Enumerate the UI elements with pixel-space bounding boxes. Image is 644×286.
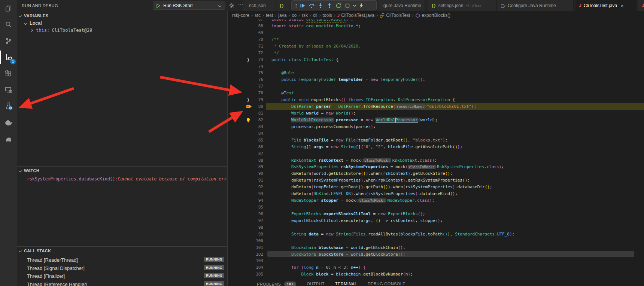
code-line-104: 104 for (long n = 0; n < 3; n++) { — [227, 264, 644, 271]
code-text: exportBlocksCliTool.execute(args, () -> … — [271, 217, 443, 224]
code-line-72: 72 */ — [227, 50, 644, 57]
panel-tab-output[interactable]: OUTPUT — [307, 282, 325, 286]
code-text: doReturn(world.getBlockStore()).when(rsk… — [271, 170, 453, 177]
code-line-88: 88 RskContext rskContext = mock(classToM… — [227, 157, 644, 164]
variables-section-header[interactable]: VARIABLES — [17, 12, 227, 19]
activity-bar-item-remote-explorer[interactable] — [0, 82, 17, 98]
tab-java-file[interactable]: J — [638, 0, 644, 11]
panel-tab-debug-console[interactable]: DEBUG CONSOLE — [368, 282, 405, 286]
breadcrumb-item-java[interactable]: java — [278, 13, 286, 18]
call-stack-thread-row[interactable]: Thread [Signal Dispatcher]RUNNING — [17, 264, 227, 272]
breadcrumb-item-CliToolsTest.java[interactable]: JCliToolsTest.java — [337, 13, 375, 18]
breadcrumb-item-tools[interactable]: tools — [322, 13, 332, 18]
code-text: doReturn(DbKind.LEVEL_DB).when(rskSystem… — [271, 191, 458, 197]
stop-button[interactable] — [343, 1, 352, 10]
variables-scope-local[interactable]: Local — [17, 19, 227, 27]
debug-toolbar-drag-grip[interactable] — [293, 1, 298, 10]
tab-Configure Java Runtime[interactable]: Configure Java Runtime — [497, 0, 574, 11]
code-text: RskSystemProperties rskSystemProperties … — [271, 164, 504, 170]
code-line-99: 99 String data = new String(Files.readAl… — [227, 231, 644, 238]
tab-CliToolsTest.java[interactable]: JCliToolsTest.java× — [575, 0, 637, 11]
activity-bar-item-testing[interactable] — [0, 98, 17, 114]
code-text: for (long n = 0; n < 3; n++) { — [271, 264, 366, 271]
tab-settings.json[interactable]: {}settings.json~/.../User — [428, 0, 497, 11]
code-text: DslParser parser = DslParser.fromResourc… — [271, 103, 476, 110]
code-line-86: 86 String[] args = new String[]{"0", "2"… — [227, 144, 644, 150]
thread-name: Thread [Reference Handler] — [27, 282, 87, 286]
call-stack-section-header[interactable]: CALL STACK — [17, 247, 227, 255]
breadcrumb-item-cli[interactable]: cli — [313, 13, 317, 18]
close-icon[interactable]: × — [621, 3, 624, 9]
code-line-78: 78 @Test — [227, 90, 644, 97]
panel-tab-terminal[interactable]: TERMINAL — [335, 282, 357, 286]
launch-config-dropdown[interactable]: Run RSK Start — [153, 1, 225, 10]
tab-nch.json[interactable]: nch.json — [243, 0, 276, 11]
sidebar-title-bar: RUN AND DEBUG Run RSK Start ⋯ — [17, 0, 243, 11]
code-line-100: 100 — [227, 238, 644, 244]
activity-bar-item-search[interactable] — [0, 16, 17, 33]
breadcrumb-item-co[interactable]: co — [292, 13, 297, 18]
code-line-105: 105 Block block = blockchain.getBlockByN… — [227, 271, 644, 278]
continue-button[interactable] — [298, 1, 307, 10]
panel-tab-problems[interactable]: PROBLEMS1K+ — [257, 282, 296, 286]
code-text: processor.processCommands(parser); — [271, 124, 376, 130]
breadcrumb-separator: › — [310, 13, 311, 18]
code-line-69: 69 — [227, 30, 644, 36]
step-over-button[interactable] — [307, 1, 316, 10]
step-into-button[interactable] — [316, 1, 325, 10]
gear-icon[interactable] — [229, 3, 235, 10]
watch-expression-row[interactable]: rskSystemProperties.databaseKind(): Cann… — [17, 175, 227, 182]
breadcrumb-item-rsk[interactable]: rsk — [302, 13, 308, 18]
code-line-67: 67import static org.junit.Assert.*; — [227, 19, 644, 23]
code-line-97: 97 exportBlocksCliTool.execute(args, () … — [227, 217, 644, 224]
test-running-spinner-icon — [246, 57, 250, 63]
activity-bar-item-docker[interactable] — [0, 114, 17, 131]
restart-button[interactable] — [334, 1, 343, 10]
line-number: 71 — [227, 43, 263, 50]
java-file-icon: J — [579, 3, 581, 8]
tab-bar: nch.json{}igure Java Runtime{}settings.j… — [227, 0, 644, 11]
code-text: @Test — [271, 90, 294, 97]
code-text: doReturn(tempFolder.getRoot().getPath())… — [271, 184, 492, 191]
breadcrumb-label: java — [278, 13, 286, 18]
activity-bar-item-source-control[interactable] — [0, 33, 17, 49]
line-number: 80 — [227, 103, 263, 110]
code-editor[interactable]: 67import static org.junit.Assert.*;68imp… — [227, 19, 644, 279]
json-icon: {} — [431, 3, 436, 8]
breadcrumb-label: rskj-core — [232, 13, 249, 18]
activity-bar-item-run-and-debug[interactable]: 1 — [0, 49, 17, 66]
breadcrumb-item-src[interactable]: src — [255, 13, 261, 18]
call-stack-thread-row[interactable]: Thread [ReaderThread]RUNNING — [17, 256, 227, 264]
breadcrumb-item-test[interactable]: test — [266, 13, 273, 18]
activity-bar-item-explorer[interactable] — [0, 0, 17, 16]
horizontal-scrollbar[interactable] — [267, 251, 634, 257]
stop-menu-button[interactable] — [352, 1, 357, 10]
more-actions-icon[interactable]: ⋯ — [238, 1, 243, 7]
call-stack-thread-row[interactable]: Thread [Reference Handler]RUNNING — [17, 280, 227, 286]
step-out-button[interactable] — [325, 1, 334, 10]
hot-code-replace-button[interactable] — [357, 1, 366, 10]
panel-tab-label: OUTPUT — [307, 282, 325, 286]
code-text: public class CliToolsTest { — [271, 57, 338, 63]
sidebar-resize-sash[interactable] — [227, 0, 228, 286]
watch-section-header[interactable]: WATCH — [17, 167, 227, 174]
activity-bar-item-gradle[interactable] — [0, 130, 17, 147]
call-stack-thread-row[interactable]: Thread [Finalizer]RUNNING — [17, 272, 227, 280]
breadcrumb-item-exportBlocks()[interactable]: exportBlocks() — [415, 13, 450, 18]
line-number: 69 — [227, 30, 263, 36]
code-line-77: 77 — [227, 83, 644, 90]
json-icon: {} — [279, 3, 284, 8]
activity-bar-item-extensions[interactable] — [0, 65, 17, 82]
test-running-spinner-icon — [246, 97, 250, 103]
variable-this[interactable]: this:CliToolsTest@29 — [17, 27, 227, 34]
line-number: 86 — [227, 144, 263, 150]
breadcrumb-item-CliToolsTest[interactable]: CliToolsTest — [380, 13, 410, 18]
code-line-93: 93 doReturn(DbKind.LEVEL_DB).when(rskSys… — [227, 191, 644, 197]
breadcrumb-separator: › — [288, 13, 290, 18]
panel-tab-label: DEBUG CONSOLE — [368, 282, 405, 286]
thread-state-badge: RUNNING — [204, 265, 224, 270]
lightbulb-icon[interactable] — [246, 118, 250, 123]
call-stack-section-header-label: CALL STACK — [24, 249, 51, 253]
thread-state-badge: RUNNING — [204, 273, 224, 278]
breadcrumb-item-rskj-core[interactable]: rskj-core — [232, 13, 249, 18]
